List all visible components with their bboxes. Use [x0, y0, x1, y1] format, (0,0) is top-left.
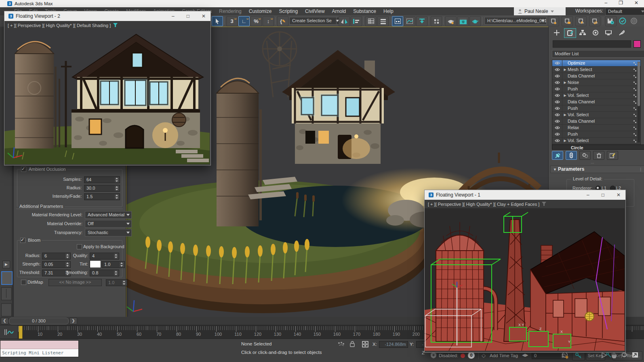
previous-frame-button[interactable]: ❮	[1, 318, 8, 324]
minimize-button[interactable]: –	[604, 0, 607, 6]
modifier-visibility-eye-icon[interactable]	[552, 60, 562, 66]
modifier-push[interactable]: Push	[552, 86, 640, 92]
frame-counter[interactable]: 0 / 300	[9, 318, 69, 324]
stack-scrollbar[interactable]	[638, 62, 640, 142]
viewport-1-canvas[interactable]: X Y Z X Y	[425, 208, 625, 351]
x-coordinate-field[interactable]: -124.868m	[379, 341, 408, 348]
modifier-relax[interactable]: Relax	[552, 125, 640, 131]
layer-explorer-button[interactable]	[377, 16, 389, 26]
modifier-data-channel[interactable]: Data Channel	[552, 99, 640, 105]
max-interactive-button[interactable]	[629, 16, 639, 25]
align-button[interactable]	[351, 16, 362, 26]
base-object-row[interactable]: Circle	[552, 144, 644, 150]
tint-field[interactable]: 1.0	[102, 261, 125, 268]
menu-help[interactable]: Help	[380, 8, 397, 14]
remove-modifier-button[interactable]	[593, 151, 604, 160]
quality-field[interactable]: 4	[90, 253, 119, 259]
bloom-checkbox[interactable]	[20, 238, 25, 243]
orbit-icon[interactable]	[621, 352, 628, 358]
material-editor-button[interactable]	[431, 16, 442, 26]
minimize-button[interactable]: –	[587, 192, 589, 198]
filter-funnel-icon[interactable]	[113, 23, 118, 27]
ambient-occlusion-checkbox[interactable]	[21, 167, 26, 172]
percent-snap-button[interactable]: %⌣	[250, 16, 262, 26]
transparency-dropdown[interactable]: Stochastic	[85, 229, 132, 236]
modifier-visibility-eye-icon[interactable]	[552, 125, 562, 131]
add-time-tag[interactable]: Add Time Tag	[490, 353, 518, 358]
modifier-visibility-eye-icon[interactable]	[552, 73, 562, 79]
modifier-data-channel[interactable]: Data Channel	[552, 118, 640, 125]
layout-preset-1[interactable]	[1, 271, 13, 285]
override-dropdown[interactable]: Off	[85, 220, 132, 228]
spinner-snap-button[interactable]: ↕⌣	[263, 16, 274, 26]
bloom-radius-field[interactable]: 6	[42, 253, 71, 259]
restore-button[interactable]: ❐	[619, 0, 623, 6]
modifier-vol-select[interactable]: ▶Vol. Select	[552, 92, 640, 99]
modifier-noise[interactable]: ▶Noise	[552, 80, 640, 86]
state-set-1-button[interactable]	[548, 16, 559, 26]
parameters-rollout-header[interactable]: ▼ Parameters ⋮⋮	[550, 165, 644, 173]
intensity-field[interactable]: 1.5	[84, 193, 120, 200]
state-set-3-button[interactable]	[575, 16, 587, 26]
tab-motion[interactable]	[590, 28, 601, 37]
minimize-button[interactable]: –	[172, 13, 175, 19]
make-unique-button[interactable]	[579, 151, 591, 160]
next-frame-button[interactable]: ❯	[69, 318, 77, 324]
modifier-mesh-select[interactable]: ▶Mesh Select	[552, 67, 640, 73]
listener-row[interactable]: Scripting Mini Listener	[0, 349, 78, 357]
schematic-view-button[interactable]	[416, 16, 427, 26]
user-account-menu[interactable]: Paul Neale	[514, 7, 566, 15]
scene-explorer-button[interactable]	[365, 16, 377, 26]
rollout-splitter[interactable]: ⋯	[591, 161, 594, 165]
named-selection-set-dropdown[interactable]: Create Selection Se	[289, 17, 341, 25]
modifier-visibility-eye-icon[interactable]	[552, 92, 562, 98]
mirror-button[interactable]	[339, 16, 350, 26]
render-button[interactable]	[469, 16, 481, 26]
tab-display[interactable]	[603, 28, 614, 37]
floating-viewport-2-titlebar[interactable]: 3 Floating Viewport - 2 – □ ✕	[4, 11, 210, 21]
filter-funnel-icon[interactable]	[542, 202, 546, 206]
state-set-4-button[interactable]	[589, 16, 600, 26]
modifier-expand-arrow[interactable]: ▶	[562, 112, 568, 118]
apply-to-background-checkbox[interactable]	[77, 244, 82, 249]
object-name-field[interactable]	[553, 40, 631, 48]
intensity-spinner[interactable]	[115, 194, 119, 199]
modifier-vol-select[interactable]: ▶Vol. Select	[552, 112, 640, 118]
modifier-vol-select[interactable]: ▶Vol. Select	[552, 138, 640, 144]
close-button[interactable]: ✕	[634, 0, 638, 6]
project-path-dropdown[interactable]: H:\Clients\au...eModeling_001	[484, 17, 547, 25]
select-object-button[interactable]	[212, 16, 223, 26]
modifier-expand-arrow[interactable]: ▶	[562, 138, 568, 144]
render-setup-button[interactable]	[445, 16, 457, 26]
angle-snap-button[interactable]: ∟⌣	[238, 16, 250, 26]
mini-curve-editor-button[interactable]	[0, 325, 18, 339]
menu-rendering[interactable]: Rendering	[215, 8, 245, 14]
viewport-1-label[interactable]: [ + ][ Perspective ][ High Quality* ][ C…	[425, 200, 625, 208]
modifier-data-channel[interactable]: Data Channel	[552, 73, 640, 80]
notification-badge[interactable]: 0	[468, 352, 475, 359]
absolute-offset-mode-icon[interactable]	[362, 341, 368, 347]
menu-civilview[interactable]: CivilView	[301, 8, 328, 14]
isolate-selection-icon[interactable]	[338, 341, 345, 347]
samples-spinner[interactable]	[115, 177, 119, 182]
smoothing-spinner[interactable]	[114, 270, 118, 276]
mrl-dropdown[interactable]: Advanced Material	[85, 211, 132, 219]
tint-spinner[interactable]	[120, 262, 124, 267]
ribbon-toggle-button[interactable]	[392, 16, 403, 26]
save-scene-state-button[interactable]	[605, 16, 617, 26]
modifier-visibility-eye-icon[interactable]	[552, 118, 562, 124]
tint-color-swatch[interactable]	[90, 260, 101, 268]
modifier-visibility-eye-icon[interactable]	[552, 105, 562, 111]
floating-viewport-1-titlebar[interactable]: 3 Floating Viewport - 1 – □ ✕	[425, 190, 625, 200]
modifier-list-dropdown[interactable]: Modifier List	[552, 50, 644, 58]
modifier-visibility-eye-icon[interactable]	[552, 67, 562, 73]
layout-flyout-button[interactable]: ▶	[2, 261, 10, 268]
dirtmap-amount-field[interactable]: 1.0	[106, 279, 127, 286]
state-set-2-button[interactable]	[562, 16, 573, 26]
viewport-2-canvas[interactable]	[4, 29, 210, 164]
modifier-visibility-eye-icon[interactable]	[552, 138, 562, 144]
menu-customize[interactable]: Customize	[245, 8, 276, 14]
selection-lock-icon[interactable]	[350, 341, 355, 347]
curve-editor-button[interactable]	[404, 16, 415, 26]
modifier-visibility-eye-icon[interactable]	[552, 99, 562, 105]
